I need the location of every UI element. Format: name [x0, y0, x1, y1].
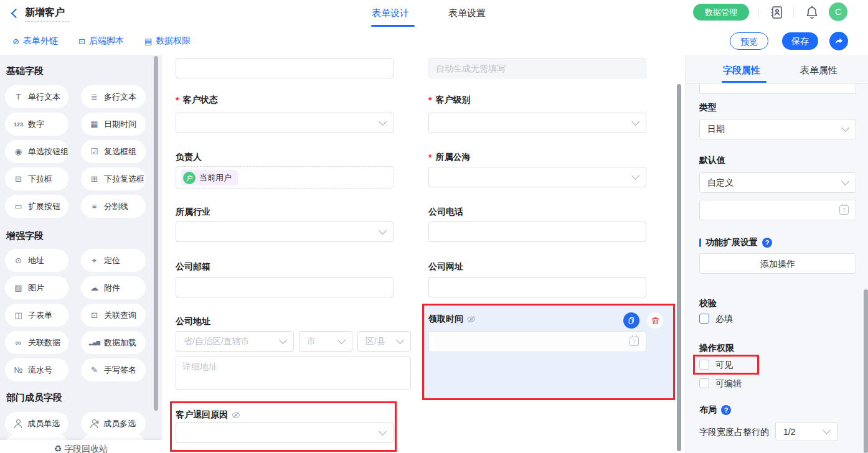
form-external-link-label: 表单外链: [23, 35, 58, 47]
checkbox-group-icon: ☑: [89, 147, 100, 156]
field-item-address[interactable]: ⊙ 地址: [5, 249, 68, 272]
help-icon[interactable]: ?: [721, 405, 731, 415]
field-item-radio-group[interactable]: ◉ 单选按钮组: [5, 140, 68, 163]
hidden-eye-icon: [231, 410, 241, 420]
field-name-input-partial[interactable]: [699, 84, 856, 94]
preview-button[interactable]: 预览: [730, 32, 768, 50]
add-operation-button[interactable]: 添加操作: [699, 253, 856, 274]
field-item-number[interactable]: 123 数字: [5, 113, 68, 136]
data-manage-button[interactable]: 数据管理: [693, 4, 749, 21]
tab-form-properties[interactable]: 表单属性: [800, 65, 837, 77]
customer-level-select[interactable]: [428, 113, 646, 133]
back-icon[interactable]: [11, 9, 21, 19]
form-external-link[interactable]: ⊘ 表单外链: [12, 35, 58, 47]
top-header: 新增客户 表单设计 表单设置 数据管理 C: [0, 0, 868, 28]
label-text: 公司网址: [428, 261, 463, 273]
field-item-select[interactable]: ⊟ 下拉框: [5, 167, 68, 190]
field-item-related-data[interactable]: ∞ 关联数据: [5, 331, 68, 354]
city-select[interactable]: 市: [299, 331, 352, 352]
type-value: 日期: [707, 124, 725, 135]
backend-script-link[interactable]: ⊡ 后端脚本: [78, 35, 124, 47]
auto-generated-input[interactable]: [428, 58, 646, 78]
field-item-extend-button[interactable]: ▭ 扩展按钮: [5, 195, 68, 218]
tab-form-design[interactable]: 表单设计: [372, 7, 409, 19]
field-item-multi-line-text[interactable]: ≣ 多行文本: [81, 85, 146, 108]
return-reason-select[interactable]: [176, 423, 394, 443]
label-text: 公司电话: [428, 207, 463, 218]
backend-script-label: 后端脚本: [89, 35, 124, 47]
canvas-scrollbar[interactable]: [677, 84, 681, 451]
type-select[interactable]: 日期: [699, 119, 856, 139]
company-phone-input[interactable]: [428, 222, 646, 242]
delete-field-button[interactable]: [647, 312, 663, 329]
help-icon[interactable]: ?: [762, 238, 772, 248]
field-item-related-query[interactable]: ⊡ 关联查询: [81, 304, 146, 327]
field-item-attachment[interactable]: ☁ 附件: [81, 276, 146, 299]
industry-select[interactable]: [176, 222, 394, 242]
data-permission-link[interactable]: ▤ 数据权限: [144, 35, 191, 47]
avatar[interactable]: C: [829, 2, 847, 21]
field-item-serial-number[interactable]: № 流水号: [5, 358, 68, 381]
field-item-member-multi[interactable]: 成员多选: [81, 412, 146, 435]
field-item-data-load[interactable]: ▂▄▆ 数据加载: [81, 331, 146, 354]
bell-icon[interactable]: [804, 5, 819, 20]
field-item-datetime[interactable]: ▦ 日期时间: [81, 113, 146, 136]
address-icon: ⊙: [13, 256, 24, 265]
field-label-public-sea: * 所属公海: [428, 152, 470, 163]
current-user-tag[interactable]: 户 当前用户: [181, 170, 238, 185]
script-icon: ⊡: [78, 37, 85, 46]
number-icon: 123: [13, 121, 24, 128]
share-button[interactable]: [829, 32, 848, 50]
tab-form-settings[interactable]: 表单设置: [448, 7, 486, 19]
company-website-input[interactable]: [428, 277, 646, 297]
field-item-divider-line[interactable]: ≡ 分割线: [81, 195, 146, 218]
claim-time-field-selected[interactable]: 领取时间 7: [422, 304, 675, 400]
province-select[interactable]: 省/自治区/直辖市: [176, 331, 294, 352]
copy-field-button[interactable]: [623, 312, 639, 329]
visible-checkbox[interactable]: [699, 360, 709, 370]
current-user-label: 当前用户: [199, 172, 232, 184]
claim-time-date-input[interactable]: 7: [428, 331, 646, 352]
field-label-return-reason: 客户退回原因: [176, 409, 241, 421]
sidebar-scrollbar[interactable]: [154, 56, 158, 411]
chevron-down-icon: [379, 226, 387, 235]
field-item-image[interactable]: ▨ 图片: [5, 276, 68, 299]
chevron-down-icon: [337, 336, 346, 344]
save-button[interactable]: 保存: [782, 32, 818, 50]
company-email-input[interactable]: [176, 277, 394, 297]
divider: [758, 7, 759, 17]
field-item-multi-select[interactable]: ⊞ 下拉复选框: [81, 167, 146, 190]
field-item-subform[interactable]: ◫ 子表单: [5, 304, 68, 327]
field-item-single-line-text[interactable]: T 单行文本: [5, 85, 68, 108]
field-item-member-single[interactable]: 成员单选: [5, 412, 68, 435]
field-item-location[interactable]: ⌖ 定位: [81, 249, 146, 272]
extension-settings-title: 功能扩展设置: [705, 237, 758, 248]
field-width-select[interactable]: 1/2: [775, 422, 837, 441]
chevron-down-icon: [379, 118, 387, 126]
contacts-icon[interactable]: [770, 5, 785, 20]
field-item-label: 复选框组: [104, 146, 136, 157]
public-sea-select[interactable]: [428, 167, 646, 187]
customer-name-input[interactable]: [176, 58, 394, 78]
address-detail-textarea[interactable]: [176, 357, 411, 390]
default-value-select[interactable]: 自定义: [699, 172, 856, 193]
required-checkbox[interactable]: [699, 314, 709, 324]
tab-field-properties[interactable]: 字段属性: [723, 65, 760, 77]
owner-field[interactable]: 户 当前用户: [176, 166, 394, 189]
field-item-signature[interactable]: ✎ 手写签名: [81, 358, 146, 381]
window-scrollbar[interactable]: [864, 289, 868, 453]
recycle-icon: ♻: [54, 444, 62, 453]
district-select[interactable]: 区/县: [357, 331, 411, 352]
default-date-input[interactable]: 7: [699, 200, 856, 220]
customer-status-select[interactable]: [176, 113, 394, 133]
editable-checkbox[interactable]: [699, 378, 709, 388]
field-item-checkbox-group[interactable]: ☑ 复选框组: [81, 140, 146, 163]
field-recycle-bin-bar[interactable]: ♻ 字段回收站: [0, 440, 162, 453]
field-item-label: 日期时间: [104, 119, 136, 130]
section-title-enhanced-fields: 增强字段: [6, 230, 44, 242]
multi-line-text-icon: ≣: [89, 92, 100, 101]
field-item-label: 多行文本: [104, 91, 136, 103]
field-label-customer-level: * 客户级别: [428, 95, 470, 106]
field-library-sidebar: 基础字段 T 单行文本 ≣ 多行文本 123 数字 ▦ 日期时间 ◉ 单选按钮组…: [0, 55, 162, 453]
required-mark: *: [428, 152, 432, 162]
